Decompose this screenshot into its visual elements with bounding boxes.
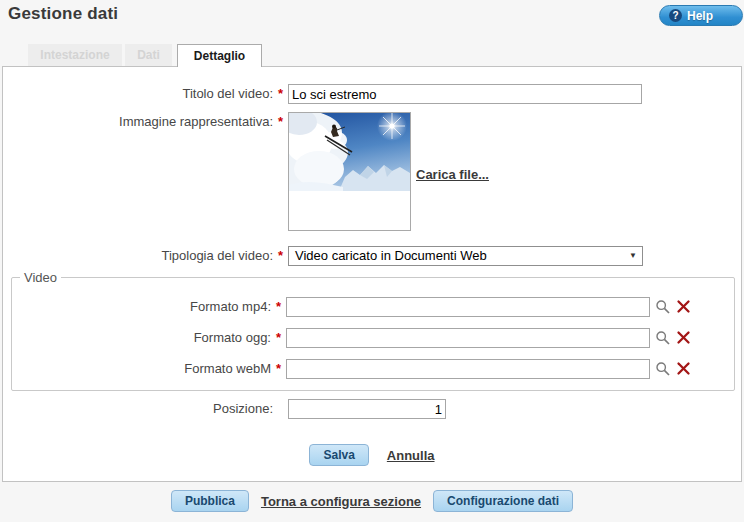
help-button[interactable]: ? Help <box>659 5 743 26</box>
formato-webm-input[interactable] <box>286 359 650 379</box>
annulla-link[interactable]: Annulla <box>387 448 435 463</box>
configurazione-dati-button[interactable]: Configurazione dati <box>433 490 573 512</box>
ski-photo <box>289 113 410 191</box>
pubblica-button[interactable]: Pubblica <box>171 490 249 512</box>
question-mark-icon: ? <box>669 9 682 22</box>
formato-mp4-label: Formato mp4: <box>12 297 271 314</box>
tipologia-row: Tipologia del video: * Video caricato in… <box>3 246 741 266</box>
clear-x-icon[interactable] <box>676 361 691 376</box>
formato-mp4-row: Formato mp4: * <box>12 297 734 317</box>
formato-ogg-label: Formato ogg: <box>12 328 271 345</box>
tab-dettaglio[interactable]: Dettaglio <box>177 44 262 67</box>
required-marker: * <box>271 359 286 376</box>
spacer <box>273 399 288 401</box>
titolo-label: Titolo del video: <box>3 84 273 101</box>
clear-x-icon[interactable] <box>676 330 691 345</box>
tab-dati: Dati <box>125 44 172 66</box>
formato-mp4-input[interactable] <box>286 297 650 317</box>
formato-webm-row: Formato webM * <box>12 359 734 379</box>
tab-intestazione: Intestazione <box>28 44 122 66</box>
immagine-row: Immagine rappresentativa: * <box>3 112 741 231</box>
formato-webm-label: Formato webM <box>12 359 271 376</box>
required-marker: * <box>273 112 288 129</box>
required-marker: * <box>273 84 288 101</box>
required-marker: * <box>271 328 286 345</box>
torna-configura-sezione-link[interactable]: Torna a configura sezione <box>261 494 421 509</box>
tipologia-select[interactable]: Video caricato in Documenti Web ▼ <box>288 246 643 266</box>
required-marker: * <box>271 297 286 314</box>
clear-x-icon[interactable] <box>676 299 691 314</box>
chevron-down-icon: ▼ <box>629 247 637 265</box>
titolo-input[interactable] <box>288 84 642 104</box>
posizione-label: Posizione: <box>3 399 273 416</box>
help-button-label: Help <box>687 9 713 23</box>
video-fieldset-legend: Video <box>20 270 61 285</box>
page-title: Gestione dati <box>8 4 118 24</box>
immagine-label: Immagine rappresentativa: <box>3 112 273 129</box>
formato-ogg-row: Formato ogg: * <box>12 328 734 348</box>
posizione-row: Posizione: <box>3 399 741 419</box>
titolo-row: Titolo del video: * <box>3 84 741 104</box>
search-icon[interactable] <box>655 299 671 315</box>
detail-form-panel: Titolo del video: * Immagine rappresenta… <box>2 66 742 482</box>
search-icon[interactable] <box>655 330 671 346</box>
image-preview-box <box>288 112 411 231</box>
form-actions-row: Salva Annulla <box>3 444 741 466</box>
required-marker: * <box>273 246 288 263</box>
carica-file-link[interactable]: Carica file... <box>416 167 489 182</box>
footer-actions: Pubblica Torna a configura sezione Confi… <box>0 490 744 512</box>
tipologia-label: Tipologia del video: <box>3 246 273 263</box>
formato-ogg-input[interactable] <box>286 328 650 348</box>
salva-button[interactable]: Salva <box>309 444 368 466</box>
posizione-input[interactable] <box>288 399 446 419</box>
tipologia-selected-value: Video caricato in Documenti Web <box>295 248 487 263</box>
video-fieldset: Video Formato mp4: * Formato ogg: * Form… <box>11 277 735 391</box>
search-icon[interactable] <box>655 361 671 377</box>
